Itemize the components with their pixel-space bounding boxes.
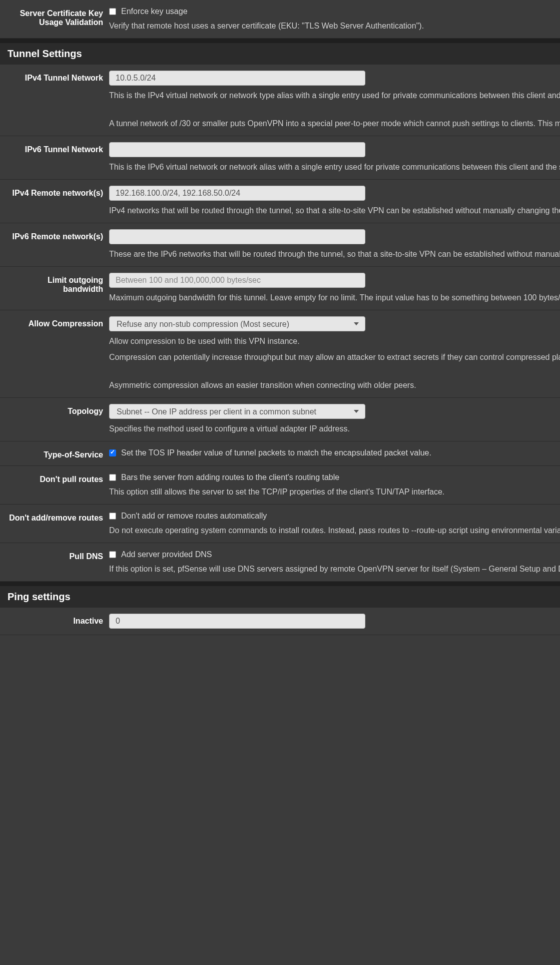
ipv4-remote-input[interactable] [109, 186, 365, 201]
dont-pull-label: Don't pull routes [0, 472, 109, 484]
server-cert-label: Server Certificate Key Usage Validation [0, 6, 109, 27]
topology-label: Topology [0, 404, 109, 416]
pull-dns-help: If this option is set, pfSense will use … [109, 563, 554, 575]
ipv4-tunnel-help2: A tunnel network of /30 or smaller puts … [109, 118, 554, 130]
compression-label: Allow Compression [0, 316, 109, 328]
inactive-input[interactable] [109, 614, 365, 629]
ipv6-tunnel-help: This is the IPv6 virtual network or netw… [109, 161, 554, 173]
ipv6-tunnel-input[interactable] [109, 142, 365, 157]
enforce-key-usage-checkbox[interactable] [109, 8, 116, 15]
ipv6-remote-help: These are the IPv6 networks that will be… [109, 248, 554, 260]
compression-help3: Asymmetric compression allows an easier … [109, 379, 554, 391]
enforce-key-usage-label: Enforce key usage [121, 7, 188, 16]
inactive-label: Inactive [0, 614, 109, 626]
dont-pull-checkbox[interactable] [109, 474, 116, 481]
dont-add-label: Don't add/remove routes [0, 511, 109, 523]
dont-add-checkbox[interactable] [109, 513, 116, 520]
ipv4-remote-label: IPv4 Remote network(s) [0, 186, 109, 198]
tos-label: Type-of-Service [0, 447, 109, 459]
tos-checkbox-label: Set the TOS IP header value of tunnel pa… [121, 448, 431, 457]
ipv4-tunnel-help1: This is the IPv4 virtual network or netw… [109, 90, 554, 102]
ping-settings-header: Ping settings [0, 584, 560, 608]
ipv6-tunnel-label: IPv6 Tunnel Network [0, 142, 109, 154]
dont-pull-checkbox-label: Bars the server from adding routes to th… [121, 473, 339, 482]
bandwidth-label: Limit outgoing bandwidth [0, 273, 109, 294]
ipv6-remote-input[interactable] [109, 229, 365, 244]
dont-add-help: Do not execute operating system commands… [109, 525, 554, 537]
pull-dns-label: Pull DNS [0, 549, 109, 561]
topology-select[interactable]: Subnet -- One IP address per client in a… [109, 404, 365, 419]
pull-dns-checkbox[interactable] [109, 551, 116, 558]
ipv4-tunnel-label: IPv4 Tunnel Network [0, 71, 109, 83]
compression-select[interactable]: Refuse any non-stub compression (Most se… [109, 316, 365, 331]
compression-help2: Compression can potentially increase thr… [109, 351, 554, 363]
pull-dns-checkbox-label: Add server provided DNS [121, 550, 212, 559]
topology-help: Specifies the method used to configure a… [109, 423, 554, 435]
bandwidth-help: Maximum outgoing bandwidth for this tunn… [109, 292, 554, 304]
tos-checkbox[interactable] [109, 449, 116, 456]
compression-help1: Allow compression to be used with this V… [109, 335, 554, 347]
dont-add-checkbox-label: Don't add or remove routes automatically [121, 512, 267, 521]
ipv6-remote-label: IPv6 Remote network(s) [0, 229, 109, 241]
dont-pull-help: This option still allows the server to s… [109, 486, 554, 498]
ipv4-remote-help: IPv4 networks that will be routed throug… [109, 205, 554, 217]
bandwidth-input[interactable] [109, 273, 365, 288]
server-cert-help: Verify that remote host uses a server ce… [109, 20, 554, 32]
ipv4-tunnel-input[interactable] [109, 71, 365, 86]
tunnel-settings-header: Tunnel Settings [0, 41, 560, 65]
